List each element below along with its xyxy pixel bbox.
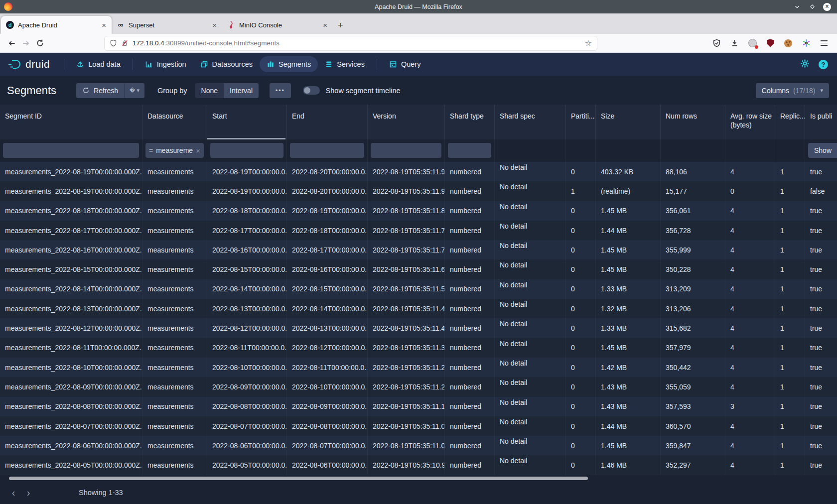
new-tab-button[interactable]: + [338,20,343,31]
cell: 2022-08-19T00:00:00.0... [207,181,286,201]
menu-icon[interactable] [819,38,829,48]
table-row[interactable]: measurements_2022-08-19T00:00:00.000Z...… [0,162,837,181]
column-header-version[interactable]: Version [367,105,444,139]
filter-input[interactable] [448,143,491,158]
show-filter-button[interactable]: Show [808,143,837,158]
column-header-segment-id[interactable]: Segment ID [0,105,142,139]
column-header-num-rows[interactable]: Num rows [660,105,725,139]
table-row[interactable]: measurements_2022-08-17T00:00:00.000Z...… [0,221,837,240]
cell: numbered [444,259,494,279]
back-button[interactable] [5,36,19,50]
remove-filter-icon[interactable]: × [196,146,200,155]
bookmark-star-icon[interactable]: ☆ [585,38,592,48]
cell: 2022-08-19T05:35:11.7... [367,221,444,240]
table-row[interactable]: measurements_2022-08-10T00:00:00.000Z...… [0,358,837,377]
filter-cell [444,139,494,162]
column-header-replic[interactable]: Replic... [775,105,805,139]
extension-mask-icon[interactable] [747,38,757,48]
nav-services[interactable]: Services [318,56,372,72]
table-row[interactable]: measurements_2022-08-09T00:00:00.000Z...… [0,377,837,396]
nav-datasources[interactable]: Datasources [193,56,260,72]
help-icon[interactable]: ? [819,60,828,69]
cell: numbered [444,416,494,436]
filter-input[interactable] [290,143,364,158]
horizontal-scrollbar[interactable] [9,477,588,480]
minimize-icon[interactable] [793,3,801,11]
tab-close-icon[interactable]: × [211,21,218,29]
equals-icon: = [149,146,153,154]
refresh-dropdown-caret[interactable]: � ▾ [124,83,144,98]
column-header-end[interactable]: End [286,105,367,139]
table-row[interactable]: measurements_2022-08-15T00:00:00.000Z...… [0,259,837,279]
nav-load-data[interactable]: Load data [69,56,128,72]
segment-timeline-toggle[interactable] [303,86,320,95]
tab-minio-console[interactable]: MinIO Console × [222,16,333,34]
druid-logo[interactable]: druid [0,58,59,70]
tab-apache-druid[interactable]: d Apache Druid × [1,16,112,34]
prev-page-icon[interactable]: ‹ [6,485,21,500]
filter-cell: Show [805,139,837,162]
column-header-size[interactable]: Size [595,105,660,139]
insecure-lock-icon[interactable] [121,39,129,47]
cell: 1 [775,436,805,455]
settings-gear-icon[interactable] [800,59,810,70]
cell: measurements_2022-08-05T00:00:00.000Z... [0,455,142,475]
ublock-origin-icon[interactable] [765,38,775,48]
reload-button[interactable] [33,36,47,50]
url-bar[interactable]: 172.18.0.4 :30899/unified-console.html#s… [104,36,597,51]
table-row[interactable]: measurements_2022-08-19T00:00:00.000Z...… [0,181,837,201]
datasource-filter-chip[interactable]: =measureme× [145,143,204,158]
table-row[interactable]: measurements_2022-08-18T00:00:00.000Z...… [0,201,837,221]
nav-ingestion[interactable]: Ingestion [138,56,193,72]
table-row[interactable]: measurements_2022-08-05T00:00:00.000Z...… [0,455,837,475]
next-page-icon[interactable]: › [21,485,36,500]
nav-query[interactable]: Query [382,56,428,72]
column-header-avg-row-size-bytes[interactable]: Avg. row size (bytes) [725,105,775,139]
cell: true [805,279,837,299]
filter-input[interactable] [3,143,139,158]
column-header-datasource[interactable]: Datasource [142,105,207,139]
columns-picker-button[interactable]: Columns (17/18) ▾ [756,83,829,98]
cell: 1.32 MB [595,299,660,318]
forward-button[interactable] [19,36,33,50]
column-header-start[interactable]: Start [207,105,286,139]
downloads-icon[interactable] [729,38,739,48]
tab-close-icon[interactable]: × [100,21,108,29]
filter-cell [595,139,660,162]
close-icon[interactable]: × [823,3,831,11]
cell: 2022-08-14T00:00:00.0... [207,279,286,299]
maximize-icon[interactable] [808,3,816,11]
table-row[interactable]: measurements_2022-08-13T00:00:00.000Z...… [0,299,837,318]
filter-input[interactable] [210,143,283,158]
tab-superset[interactable]: ∞ Superset × [112,16,222,34]
table-row[interactable]: measurements_2022-08-07T00:00:00.000Z...… [0,416,837,436]
table-row[interactable]: measurements_2022-08-08T00:00:00.000Z...… [0,397,837,416]
group-by-interval-button[interactable]: Interval [224,83,259,98]
table-row[interactable]: measurements_2022-08-06T00:00:00.000Z...… [0,436,837,455]
column-header-partiti[interactable]: Partiti... [565,105,595,139]
cell: 1 [775,318,805,338]
table-row[interactable]: measurements_2022-08-12T00:00:00.000Z...… [0,318,837,338]
nav-segments[interactable]: Segments [260,56,318,72]
cell: 4 [725,299,775,318]
cookie-extension-icon[interactable] [783,38,793,48]
cell: measurements [142,436,207,455]
snowflake-extension-icon[interactable] [801,38,811,48]
group-by-none-button[interactable]: None [195,83,224,98]
cell: measurements_2022-08-15T00:00:00.000Z... [0,259,142,279]
tracking-shield-icon[interactable] [110,39,117,47]
table-row[interactable]: measurements_2022-08-11T00:00:00.000Z...… [0,338,837,358]
protections-shield-icon[interactable] [711,38,721,48]
chevron-down-icon: ▾ [820,87,823,94]
column-header-is-publi[interactable]: Is publi [805,105,837,139]
refresh-button[interactable]: Refresh [76,83,124,98]
filter-input[interactable] [371,143,441,158]
column-header-shard-spec[interactable]: Shard spec [494,105,565,139]
more-options-button[interactable]: ••• [270,83,291,98]
column-header-shard-type[interactable]: Shard type [444,105,494,139]
table-row[interactable]: measurements_2022-08-16T00:00:00.000Z...… [0,240,837,259]
table-row[interactable]: measurements_2022-08-14T00:00:00.000Z...… [0,279,837,299]
tab-close-icon[interactable]: × [321,21,329,29]
cell: 2022-08-14T00:00:00.0... [286,299,367,318]
cell: measurements [142,259,207,279]
